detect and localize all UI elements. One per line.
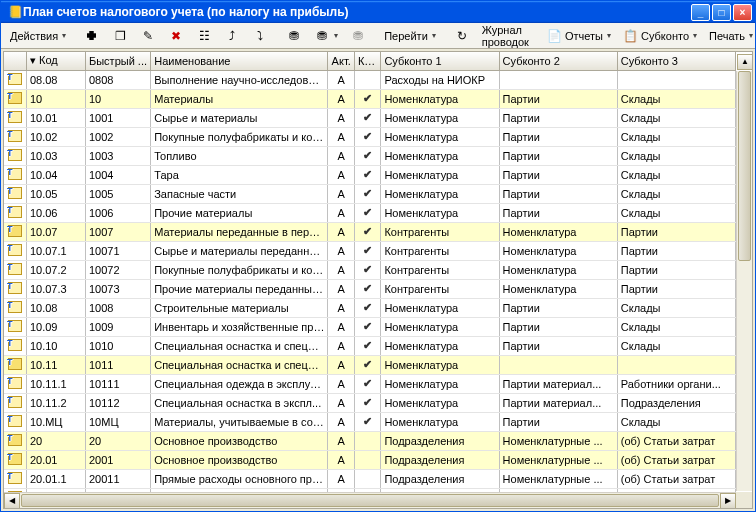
cell-code[interactable]: 10.11	[26, 356, 85, 375]
minimize-button[interactable]: _	[691, 4, 710, 21]
cell-fast[interactable]: 1005	[85, 185, 150, 204]
cell-s2[interactable]: Партии	[499, 109, 617, 128]
cell-name[interactable]: Специальная оснастка в экспл...	[151, 394, 328, 413]
table-row[interactable]: 10.061006Прочие материалыА✔НоменклатураП…	[4, 204, 736, 223]
cell-s3[interactable]	[617, 356, 735, 375]
cell-s3[interactable]: Подразделения	[617, 394, 735, 413]
col-fast[interactable]: Быстрый ...	[85, 52, 150, 70]
cell-code[interactable]: 10.01	[26, 109, 85, 128]
cell-s1[interactable]: Номенклатура	[381, 337, 499, 356]
cell-code[interactable]: 10.03	[26, 147, 85, 166]
table-row[interactable]: 10.011001Сырье и материалыА✔Номенклатура…	[4, 109, 736, 128]
cell-s1[interactable]: Номенклатура	[381, 356, 499, 375]
cell-code[interactable]: 10.11.1	[26, 375, 85, 394]
table-row[interactable]: 10.051005Запасные частиА✔НоменклатураПар…	[4, 185, 736, 204]
cell-s2[interactable]: Номенклатурные ...	[499, 470, 617, 489]
cell-s2[interactable]: Партии	[499, 147, 617, 166]
col-code[interactable]: ▾ Код	[26, 52, 85, 70]
cell-act[interactable]: А	[328, 185, 354, 204]
cell-s2[interactable]: Партии	[499, 318, 617, 337]
cell-s3[interactable]: Склады	[617, 147, 735, 166]
cell-qty[interactable]: ✔	[354, 337, 380, 356]
cell-name[interactable]: Материалы, учитываемые в сос...	[151, 413, 328, 432]
cell-s2[interactable]: Номенклатура	[499, 261, 617, 280]
cell-s3[interactable]: Склады	[617, 299, 735, 318]
cell-code[interactable]: 10.04	[26, 166, 85, 185]
cell-s1[interactable]: Подразделения	[381, 470, 499, 489]
cell-s2[interactable]: Партии	[499, 90, 617, 109]
maximize-button[interactable]: □	[712, 4, 731, 21]
subkonto-menu[interactable]: 📋Субконто	[618, 25, 702, 47]
move-down-button[interactable]: ⤵	[247, 25, 273, 47]
cell-fast[interactable]: 1011	[85, 356, 150, 375]
cell-fast[interactable]: 1003	[85, 147, 150, 166]
cell-s3[interactable]	[617, 71, 735, 90]
cell-name[interactable]: Строительные материалы	[151, 299, 328, 318]
cell-code[interactable]: 10	[26, 90, 85, 109]
cell-name[interactable]: Прочие материалы	[151, 204, 328, 223]
refresh-button[interactable]: ↻	[449, 25, 475, 47]
cell-s1[interactable]: Номенклатура	[381, 318, 499, 337]
filter-button[interactable]: ⛃	[281, 25, 307, 47]
print-menu[interactable]: Печать	[704, 25, 756, 47]
cell-qty[interactable]: ✔	[354, 318, 380, 337]
cell-s2[interactable]: Номенклатура	[499, 242, 617, 261]
cell-s1[interactable]: Подразделения	[381, 451, 499, 470]
add-button[interactable]: 🞦	[79, 25, 105, 47]
cell-name[interactable]: Выполнение научно-исследоват...	[151, 71, 328, 90]
cell-act[interactable]: А	[328, 413, 354, 432]
cell-act[interactable]: А	[328, 71, 354, 90]
cell-name[interactable]: Прямые расходы основного про...	[151, 470, 328, 489]
horizontal-scrollbar[interactable]: ◀ ▶	[4, 492, 736, 508]
cell-s3[interactable]: Склады	[617, 337, 735, 356]
titlebar[interactable]: 📒 План счетов налогового учета (по налог…	[1, 1, 755, 23]
cell-s3[interactable]: (об) Статьи затрат	[617, 432, 735, 451]
col-s2[interactable]: Субконто 2	[499, 52, 617, 70]
cell-code[interactable]: 10.07.3	[26, 280, 85, 299]
cell-s2[interactable]	[499, 71, 617, 90]
col-act[interactable]: Акт.	[328, 52, 354, 70]
table-row[interactable]: 10.071007Материалы переданные в перер...…	[4, 223, 736, 242]
cell-s3[interactable]: Склады	[617, 90, 735, 109]
cell-act[interactable]: А	[328, 470, 354, 489]
cell-s2[interactable]: Номенклатурные ...	[499, 432, 617, 451]
table-row[interactable]: 20.01.120011Прямые расходы основного про…	[4, 470, 736, 489]
cell-qty[interactable]: ✔	[354, 204, 380, 223]
cell-s3[interactable]: Партии	[617, 223, 735, 242]
cell-name[interactable]: Сырье и материалы	[151, 109, 328, 128]
col-s1[interactable]: Субконто 1	[381, 52, 499, 70]
cell-qty[interactable]	[354, 470, 380, 489]
move-up-button[interactable]: ⤴	[219, 25, 245, 47]
table-row[interactable]: 10.031003ТопливоА✔НоменклатураПартииСкла…	[4, 147, 736, 166]
cell-name[interactable]: Топливо	[151, 147, 328, 166]
edit-button[interactable]: ✎	[135, 25, 161, 47]
cell-act[interactable]: А	[328, 242, 354, 261]
col-icon[interactable]	[4, 52, 26, 70]
table-row[interactable]: 10.101010Специальная оснастка и специа..…	[4, 337, 736, 356]
cell-act[interactable]: А	[328, 299, 354, 318]
cell-fast[interactable]: 20011	[85, 470, 150, 489]
cell-code[interactable]: 10.10	[26, 337, 85, 356]
cell-s1[interactable]: Номенклатура	[381, 394, 499, 413]
scroll-right-button[interactable]: ▶	[720, 493, 736, 509]
cell-s1[interactable]: Номенклатура	[381, 128, 499, 147]
cell-s2[interactable]	[499, 356, 617, 375]
cell-fast[interactable]: 10	[85, 90, 150, 109]
cell-s1[interactable]: Номенклатура	[381, 375, 499, 394]
cell-qty[interactable]: ✔	[354, 299, 380, 318]
table-row[interactable]: 10.07.110071Сырье и материалы переданные…	[4, 242, 736, 261]
reports-menu[interactable]: 📄Отчеты	[542, 25, 616, 47]
cell-name[interactable]: Материалы переданные в перер...	[151, 223, 328, 242]
scroll-thumb-v[interactable]	[738, 71, 751, 261]
cell-s1[interactable]: Номенклатура	[381, 147, 499, 166]
cell-fast[interactable]: 1002	[85, 128, 150, 147]
table-row[interactable]: 10.МЦ10МЦМатериалы, учитываемые в сос...…	[4, 413, 736, 432]
cell-qty[interactable]: ✔	[354, 223, 380, 242]
cell-qty[interactable]: ✔	[354, 166, 380, 185]
cell-act[interactable]: А	[328, 128, 354, 147]
cell-act[interactable]: А	[328, 223, 354, 242]
cell-s2[interactable]: Номенклатура	[499, 223, 617, 242]
cell-act[interactable]: А	[328, 394, 354, 413]
hierarchy-button[interactable]: ☷	[191, 25, 217, 47]
cell-qty[interactable]: ✔	[354, 261, 380, 280]
